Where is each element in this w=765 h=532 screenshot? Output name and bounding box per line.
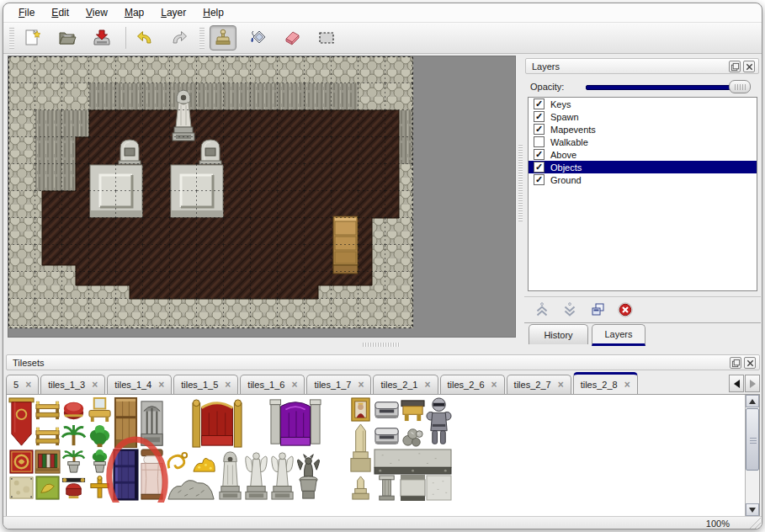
delete-layer-button[interactable] — [616, 301, 635, 319]
close-tab-icon[interactable]: × — [225, 380, 231, 389]
tile-angel[interactable] — [243, 449, 269, 501]
layer-visibility-checkbox[interactable]: ✓ — [534, 98, 545, 109]
close-tab-icon[interactable]: × — [425, 380, 431, 389]
tileset-tab-tiles_1_3[interactable]: tiles_1_3× — [40, 375, 105, 394]
scroll-tabs-right-button[interactable] — [745, 375, 760, 392]
opacity-slider-handle[interactable] — [729, 80, 751, 93]
tile-books[interactable] — [35, 450, 60, 473]
raise-layer-button[interactable] — [533, 301, 551, 319]
tile-palm[interactable] — [61, 423, 87, 449]
fill-button[interactable] — [244, 25, 271, 51]
menu-view[interactable]: View — [77, 4, 116, 21]
close-tab-icon[interactable]: × — [25, 380, 31, 389]
layer-row-ground[interactable]: ✓Ground — [529, 173, 757, 186]
tile-crest[interactable] — [10, 450, 33, 473]
open-button[interactable] — [54, 25, 81, 51]
tile-obelisk-small[interactable] — [348, 475, 374, 501]
tile-flag[interactable] — [36, 476, 59, 499]
scrollbar-thumb[interactable] — [746, 408, 759, 471]
layer-visibility-checkbox[interactable] — [534, 136, 545, 147]
tile-portrait[interactable] — [348, 396, 374, 423]
layer-row-walkable[interactable]: Walkable — [529, 136, 757, 148]
tile-gargoyle[interactable] — [295, 449, 321, 501]
close-tab-icon[interactable]: × — [358, 380, 364, 389]
close-tab-icon[interactable]: × — [291, 380, 297, 389]
layer-visibility-checkbox[interactable]: ✓ — [534, 111, 545, 122]
menu-layer[interactable]: Layer — [152, 4, 194, 21]
menu-map[interactable]: Map — [116, 4, 152, 21]
float-panel-button[interactable] — [729, 61, 741, 72]
tileset-tab-tiles_1_5[interactable]: tiles_1_5× — [173, 375, 238, 394]
layer-row-keys[interactable]: ✓Keys — [529, 98, 757, 110]
tile-stool[interactable] — [61, 475, 87, 501]
layer-row-spawn[interactable]: ✓Spawn — [529, 110, 757, 123]
tile-pouf[interactable] — [61, 396, 87, 423]
tile-block-light[interactable] — [427, 476, 451, 500]
tileset-tab-tiles_2_1[interactable]: tiles_2_1× — [373, 375, 438, 394]
toolbar-drag-handle[interactable] — [9, 27, 14, 49]
close-tab-icon[interactable]: × — [491, 380, 497, 389]
tilesets-panel-titlebar[interactable]: Tilesets — [6, 354, 760, 370]
layer-visibility-checkbox[interactable]: ✓ — [534, 124, 545, 135]
close-tab-icon[interactable]: × — [158, 380, 164, 389]
tile-chest[interactable] — [374, 423, 400, 449]
layer-visibility-checkbox[interactable]: ✓ — [534, 149, 545, 160]
menu-file[interactable]: File — [10, 4, 43, 21]
tile-obelisk[interactable] — [348, 423, 374, 475]
tile-vanity[interactable] — [87, 396, 113, 423]
tileset-tab-tiles_2_8[interactable]: tiles_2_8× — [573, 372, 638, 394]
tile-table-gold[interactable] — [400, 396, 426, 423]
select-button[interactable] — [313, 25, 340, 51]
tile-bush[interactable] — [87, 423, 113, 449]
close-tab-icon[interactable]: × — [558, 380, 564, 389]
map-viewport[interactable] — [8, 56, 516, 338]
new-button[interactable] — [19, 25, 46, 51]
close-panel-button[interactable] — [743, 61, 755, 72]
save-button[interactable] — [88, 25, 115, 51]
tile-throne-purple[interactable] — [269, 396, 321, 449]
tile-block-bottom[interactable] — [401, 475, 425, 501]
tile-pot-palm[interactable] — [61, 449, 87, 475]
tile-door-purple[interactable] — [114, 450, 138, 500]
tile-armor[interactable] — [426, 396, 452, 449]
menu-help[interactable]: Help — [194, 4, 232, 21]
tile-chest[interactable] — [374, 396, 400, 423]
lower-layer-button[interactable] — [560, 301, 579, 319]
menu-edit[interactable]: Edit — [43, 4, 77, 21]
layers-panel-titlebar[interactable]: Layers — [525, 58, 759, 74]
float-panel-button[interactable] — [730, 357, 741, 369]
tile-chain[interactable] — [165, 449, 191, 475]
tileset-tab-tiles_1_7[interactable]: tiles_1_7× — [306, 375, 371, 394]
tile-block-top[interactable] — [375, 450, 451, 474]
tile-loom[interactable] — [35, 396, 61, 423]
eraser-button[interactable] — [279, 25, 305, 51]
tileset-tab-tiles_1_4[interactable]: tiles_1_4× — [107, 375, 172, 394]
tileset-tab-5[interactable]: 5× — [6, 375, 39, 394]
duplicate-layer-button[interactable] — [588, 301, 607, 319]
scroll-up-button[interactable] — [746, 395, 759, 407]
stamp-button[interactable] — [210, 25, 236, 51]
tileset-tab-tiles_2_7[interactable]: tiles_2_7× — [507, 375, 571, 394]
layer-row-objects[interactable]: ✓Objects — [529, 161, 757, 173]
scroll-down-button[interactable] — [746, 503, 759, 516]
tab-history[interactable]: History — [529, 324, 588, 344]
splitter-grip[interactable] — [518, 144, 523, 221]
resize-grip[interactable] — [748, 517, 761, 529]
tileset-scrollbar[interactable] — [745, 395, 759, 516]
scroll-tabs-left-button[interactable] — [729, 375, 744, 392]
close-tab-icon[interactable]: × — [92, 380, 98, 389]
tileset-tab-tiles_2_6[interactable]: tiles_2_6× — [440, 375, 505, 394]
tile-rock[interactable] — [165, 475, 217, 501]
tile-parchment[interactable] — [10, 477, 33, 498]
map-canvas[interactable] — [8, 56, 515, 337]
tileset-tab-tiles_1_6[interactable]: tiles_1_6× — [240, 375, 305, 394]
tileset-content[interactable] — [6, 394, 760, 517]
layer-row-above[interactable]: ✓Above — [529, 148, 757, 161]
tile-banner-red[interactable] — [9, 398, 34, 445]
layer-row-mapevents[interactable]: ✓Mapevents — [529, 123, 757, 136]
undo-button[interactable] — [131, 25, 158, 51]
layer-visibility-checkbox[interactable]: ✓ — [534, 162, 545, 173]
tile-rubble[interactable] — [400, 423, 426, 449]
tile-gold[interactable] — [191, 449, 217, 475]
vertical-splitter[interactable] — [516, 56, 524, 338]
